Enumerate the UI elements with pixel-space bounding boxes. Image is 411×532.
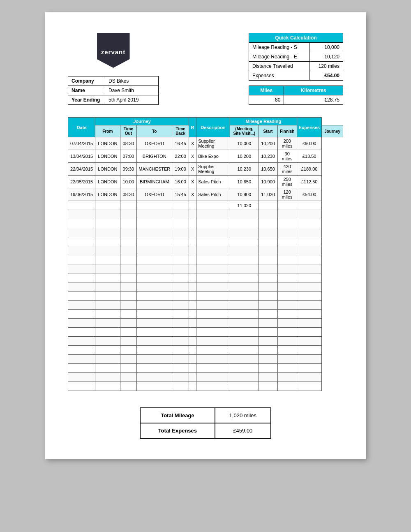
cell-timeback: 19:00 bbox=[172, 163, 189, 176]
totals-table: Total Mileage 1,020 miles Total Expenses… bbox=[140, 407, 271, 439]
date-header: Date bbox=[68, 118, 95, 137]
cell-desc: Bike Expo bbox=[196, 150, 230, 163]
total-expenses-value: £459.00 bbox=[215, 423, 271, 438]
cell-start: 10,650 bbox=[230, 176, 259, 188]
cell-timeout bbox=[120, 201, 137, 210]
table-row-empty bbox=[68, 264, 343, 273]
table-row-empty bbox=[68, 301, 343, 310]
start-header: Start bbox=[259, 125, 277, 137]
main-table-wrapper: Date Journey R Description Mileage Readi… bbox=[68, 117, 343, 391]
meeting-header: (Meeting, Site Visit...) bbox=[230, 125, 259, 137]
cell-start: 10,900 bbox=[230, 188, 259, 201]
cell-journey: 30 miles bbox=[277, 150, 297, 163]
right-panel: Quick Calculation Mileage Reading - S10,… bbox=[249, 33, 343, 105]
cell-r: X bbox=[189, 176, 196, 188]
cell-from: LONDON bbox=[95, 163, 120, 176]
cell-r bbox=[189, 201, 196, 210]
quick-calc-title: Quick Calculation bbox=[249, 33, 343, 43]
cell-r: X bbox=[189, 163, 196, 176]
cell-to: BIRMINGHAM bbox=[137, 176, 172, 188]
cell-date bbox=[68, 201, 95, 210]
cell-expenses bbox=[297, 201, 321, 210]
cell-finish: 10,900 bbox=[259, 176, 277, 188]
quick-calc-row-label: Mileage Reading - E bbox=[249, 52, 309, 62]
company-info-label: Year Ending bbox=[68, 95, 105, 105]
cell-timeback: 15:45 bbox=[172, 188, 189, 201]
logo-text: zervant bbox=[101, 45, 126, 56]
cell-desc: Supplier Meeting bbox=[196, 137, 230, 150]
journey-table: Date Journey R Description Mileage Readi… bbox=[68, 117, 343, 391]
cell-from: LONDON bbox=[95, 137, 120, 150]
cell-journey: 120 miles bbox=[277, 188, 297, 201]
quick-calc-row-label: Distance Travelled bbox=[249, 62, 309, 71]
table-row: 11,020 bbox=[68, 201, 343, 210]
finish-header: Finnish bbox=[277, 125, 297, 137]
cell-desc: Sales Pitch bbox=[196, 188, 230, 201]
cell-expenses: £54.00 bbox=[297, 188, 321, 201]
cell-journey: 250 miles bbox=[277, 176, 297, 188]
table-row-empty bbox=[68, 364, 343, 373]
table-row: 22/05/2015 LONDON 10:00 BIRMINGHAM 16:00… bbox=[68, 176, 343, 188]
logo-shape: zervant bbox=[97, 33, 130, 68]
cell-timeout: 09:30 bbox=[120, 163, 137, 176]
cell-timeback: 16:00 bbox=[172, 176, 189, 188]
table-row-empty bbox=[68, 346, 343, 355]
total-expenses-row: Total Expenses £459.00 bbox=[140, 423, 271, 438]
table-row-empty bbox=[68, 228, 343, 237]
table-row: 19/06/2015 LONDON 08:30 OXFORD 15:45 X S… bbox=[68, 188, 343, 201]
company-info-row: CompanyDS Bikes bbox=[68, 76, 159, 86]
cell-expenses: £13.50 bbox=[297, 150, 321, 163]
cell-timeout: 07:00 bbox=[120, 150, 137, 163]
cell-timeout: 08:30 bbox=[120, 137, 137, 150]
cell-desc: Sales Pitch bbox=[196, 176, 230, 188]
miles-header: Miles bbox=[249, 86, 284, 95]
table-row-empty bbox=[68, 237, 343, 246]
cell-from: LONDON bbox=[95, 150, 120, 163]
quick-calc-row-value: 10,120 bbox=[309, 52, 343, 62]
table-row-empty bbox=[68, 337, 343, 346]
cell-start: 10,000 bbox=[230, 137, 259, 150]
table-row-empty bbox=[68, 310, 343, 319]
cell-to bbox=[137, 201, 172, 210]
mileage-group-header: Mileage Reading bbox=[230, 118, 297, 125]
cell-date: 22/05/2015 bbox=[68, 176, 95, 188]
cell-journey: 420 miles bbox=[277, 163, 297, 176]
total-mileage-value: 1,020 miles bbox=[215, 408, 271, 423]
cell-timeout: 10:00 bbox=[120, 176, 137, 188]
cell-expenses: £90.00 bbox=[297, 137, 321, 150]
table-row-empty bbox=[68, 328, 343, 337]
total-mileage-label: Total Mileage bbox=[140, 408, 215, 423]
timeback-header: Time Back bbox=[172, 125, 189, 137]
table-row-empty bbox=[68, 319, 343, 328]
company-info-label: Name bbox=[68, 86, 105, 95]
table-row: 07/04/2015 LONDON 08:30 OXFORD 16:45 X S… bbox=[68, 137, 343, 150]
table-row-empty bbox=[68, 282, 343, 291]
table-row-empty bbox=[68, 382, 343, 391]
company-info-row: NameDave Smith bbox=[68, 86, 159, 95]
quick-calc-row-value: 120 miles bbox=[309, 62, 343, 71]
km-value: 128.75 bbox=[284, 95, 343, 105]
cell-start: 11,020 bbox=[230, 201, 259, 210]
cell-finish: 11,020 bbox=[259, 188, 277, 201]
left-panel: zervant CompanyDS BikesNameDave SmithYea… bbox=[68, 33, 159, 105]
cell-finish: 10,230 bbox=[259, 150, 277, 163]
company-info-value: Dave Smith bbox=[105, 86, 159, 95]
quick-calc-table: Quick Calculation Mileage Reading - S10,… bbox=[249, 33, 343, 81]
quick-calc-row-label: Expenses bbox=[249, 71, 309, 81]
miles-km-table: Miles Kilometres 80 128.75 bbox=[249, 86, 343, 105]
cell-to: MANCHESTER bbox=[137, 163, 172, 176]
from-header: From bbox=[95, 125, 120, 137]
journey-header: Journey bbox=[322, 125, 343, 137]
cell-start: 10,200 bbox=[230, 150, 259, 163]
cell-to: BRIGHTON bbox=[137, 150, 172, 163]
journey-group-header: Journey bbox=[95, 118, 189, 125]
timeout-header: Time Out bbox=[120, 125, 137, 137]
cell-to: OXFORD bbox=[137, 137, 172, 150]
company-info-row: Year Ending5th April 2019 bbox=[68, 95, 159, 105]
miles-value: 80 bbox=[249, 95, 284, 105]
cell-date: 07/04/2015 bbox=[68, 137, 95, 150]
km-header: Kilometres bbox=[284, 86, 343, 95]
page: zervant CompanyDS BikesNameDave SmithYea… bbox=[45, 12, 366, 459]
total-expenses-label: Total Expenses bbox=[140, 423, 215, 438]
cell-journey bbox=[277, 201, 297, 210]
